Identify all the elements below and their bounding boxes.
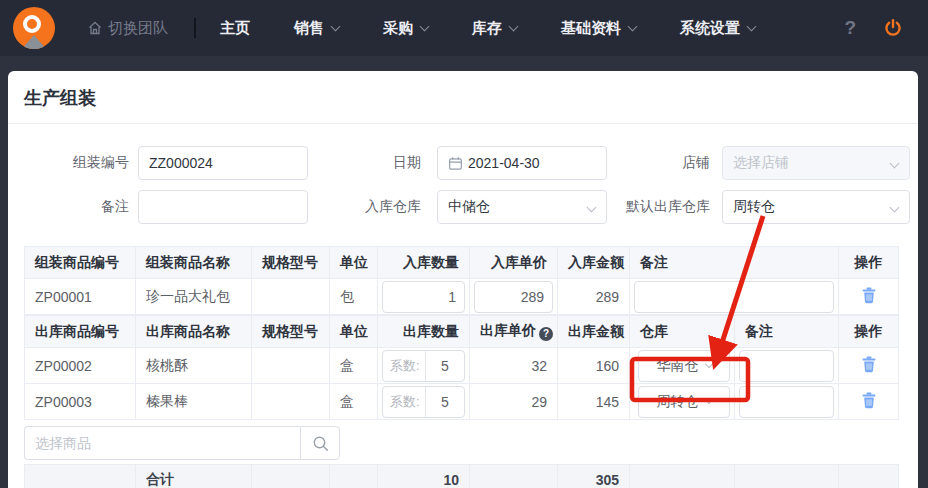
- col-remark: 备注: [630, 247, 839, 279]
- col-spec: 规格型号: [252, 247, 330, 279]
- col-out-price-label: 出库单价: [480, 322, 536, 338]
- row-remark-input[interactable]: [634, 281, 834, 313]
- help-button[interactable]: ?: [844, 17, 856, 39]
- table-row: ZP00003 榛果棒 盒 系数: 5 29 145 周转仓: [25, 384, 899, 420]
- in-warehouse-select[interactable]: 中储仓: [437, 190, 607, 224]
- menu-label: 库存: [472, 19, 502, 38]
- col-unit: 单位: [330, 247, 378, 279]
- shop-label: 店铺: [607, 154, 710, 172]
- app-logo[interactable]: [13, 7, 55, 49]
- chevron-down-icon: [587, 203, 597, 213]
- row-warehouse-value: 华南仓: [657, 357, 699, 375]
- col-remark: 备注: [735, 316, 839, 348]
- row-warehouse-select[interactable]: 华南仓: [638, 350, 730, 382]
- product-name: 核桃酥: [136, 348, 252, 384]
- assembly-product-table: 组装商品编号 组装商品名称 规格型号 单位 入库数量 入库单价 入库金额 备注 …: [24, 246, 899, 315]
- col-warehouse: 仓库: [630, 316, 735, 348]
- in-price-input[interactable]: [474, 281, 553, 313]
- remark-input[interactable]: [149, 199, 297, 215]
- product-spec: [252, 279, 330, 315]
- delete-row-button[interactable]: [859, 354, 879, 378]
- col-actions: 操作: [839, 247, 899, 279]
- home-icon: [87, 20, 103, 36]
- totals-empty-cell: [735, 465, 839, 488]
- navbar-divider: [194, 18, 196, 38]
- in-qty-input[interactable]: [382, 281, 465, 313]
- menu-label: 基础资料: [561, 19, 621, 38]
- price-help-icon[interactable]: ?: [539, 327, 553, 341]
- trash-icon: [861, 287, 877, 304]
- shop-select[interactable]: 选择店铺: [722, 146, 910, 180]
- default-out-warehouse-select[interactable]: 周转仓: [722, 190, 910, 224]
- row-warehouse-select-highlighted[interactable]: 周转仓: [638, 386, 730, 418]
- navbar-right: ?: [844, 17, 904, 39]
- delete-row-button[interactable]: [859, 390, 879, 414]
- out-amount-value: 160: [558, 348, 630, 384]
- out-amount-value: 145: [558, 384, 630, 420]
- out-price-value: 32: [470, 348, 558, 384]
- shop-placeholder: 选择店铺: [733, 154, 789, 172]
- date-value: 2021-04-30: [468, 155, 540, 171]
- date-label: 日期: [308, 154, 421, 172]
- menu-item-system-settings[interactable]: 系统设置: [680, 19, 755, 38]
- menu-label: 主页: [220, 19, 250, 38]
- col-out-code: 出库商品编号: [25, 316, 136, 348]
- totals-empty-cell: [252, 465, 330, 488]
- coeff-qty-field: 系数: 5: [382, 386, 465, 418]
- product-unit: 盒: [330, 384, 378, 420]
- trash-icon: [861, 356, 877, 373]
- menu-label: 销售: [294, 19, 324, 38]
- output-product-table: 出库商品编号 出库商品名称 规格型号 单位 出库数量 出库单价? 出库金额 仓库…: [24, 315, 899, 420]
- col-out-name: 出库商品名称: [136, 316, 252, 348]
- totals-empty-cell: [839, 465, 899, 488]
- date-field[interactable]: 2021-04-30: [437, 146, 607, 180]
- page-title: 生产组装: [8, 71, 918, 124]
- product-search-button[interactable]: [300, 426, 340, 460]
- search-icon: [312, 435, 329, 452]
- chevron-down-icon: [890, 159, 900, 169]
- menu-label: 系统设置: [680, 19, 740, 38]
- product-spec: [252, 348, 330, 384]
- chevron-down-icon: [628, 21, 638, 31]
- in-warehouse-label: 入库仓库: [308, 198, 421, 216]
- row-remark-input[interactable]: [739, 350, 834, 382]
- power-logout-button[interactable]: [882, 17, 904, 39]
- switch-team-button[interactable]: 切换团队: [87, 19, 168, 38]
- row-remark-input[interactable]: [739, 386, 834, 418]
- menu-item-purchase[interactable]: 采购: [383, 19, 428, 38]
- assembly-form: 组装编号 日期 2021-04-30 店铺 选择店铺: [8, 146, 918, 224]
- col-spec: 规格型号: [252, 316, 330, 348]
- product-search-input[interactable]: [24, 426, 300, 460]
- product-code: ZP00001: [25, 279, 136, 315]
- coeff-qty-field: 系数: 5: [382, 350, 465, 382]
- remark-label: 备注: [8, 198, 129, 216]
- menu-item-inventory[interactable]: 库存: [472, 19, 517, 38]
- col-assembly-name: 组装商品名称: [136, 247, 252, 279]
- delete-row-button[interactable]: [859, 285, 879, 309]
- menu-item-home[interactable]: 主页: [220, 19, 250, 38]
- product-name: 珍一品大礼包: [136, 279, 252, 315]
- trash-icon: [861, 392, 877, 409]
- coeff-prefix-label: 系数:: [383, 387, 426, 417]
- menu-item-basic-data[interactable]: 基础资料: [561, 19, 636, 38]
- coeff-qty-value[interactable]: 5: [426, 394, 464, 410]
- totals-qty: 10: [378, 465, 470, 488]
- assembly-no-label: 组装编号: [8, 154, 129, 172]
- totals-empty-cell: [630, 465, 735, 488]
- chevron-down-icon: [331, 21, 341, 31]
- col-unit: 单位: [330, 316, 378, 348]
- default-out-warehouse-label: 默认出库仓库: [607, 198, 710, 216]
- screen: 切换团队 主页 销售 采购 库存 基础资料 系统: [0, 0, 928, 488]
- calendar-icon: [448, 156, 463, 171]
- coeff-qty-value[interactable]: 5: [426, 358, 464, 374]
- row-warehouse-value: 周转仓: [657, 393, 699, 411]
- totals-row: 合计 10 305: [25, 465, 899, 488]
- col-in-qty: 入库数量: [378, 247, 470, 279]
- in-warehouse-value: 中储仓: [448, 198, 490, 216]
- menu-item-sales[interactable]: 销售: [294, 19, 339, 38]
- chevron-down-icon: [747, 21, 757, 31]
- col-in-price: 入库单价: [470, 247, 558, 279]
- default-out-warehouse-value: 周转仓: [733, 198, 775, 216]
- assembly-no-input[interactable]: [149, 155, 297, 171]
- col-out-price: 出库单价?: [470, 316, 558, 348]
